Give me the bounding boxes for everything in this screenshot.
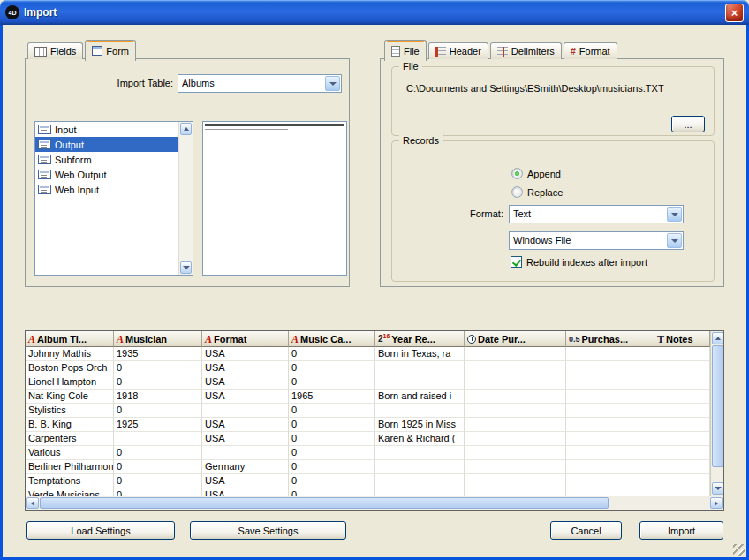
dropdown-arrow-icon[interactable] <box>667 207 682 222</box>
file-group: File C:\Documents and Settings\ESmith\De… <box>391 66 715 136</box>
form-list-scrollbar[interactable] <box>178 122 193 275</box>
replace-radio-label[interactable]: Replace <box>527 187 563 198</box>
rebuild-indexes-checkbox[interactable] <box>511 256 522 268</box>
resize-grip[interactable] <box>733 544 745 556</box>
integer-field-icon: 216 <box>378 333 390 344</box>
column-label: Format <box>214 334 246 344</box>
tab-delimiters[interactable]: Delimiters <box>490 42 562 59</box>
load-settings-button[interactable]: Load Settings <box>26 521 175 540</box>
column-header-album-title[interactable]: A Album Ti... <box>26 331 114 347</box>
file-format-value: Windows File <box>513 235 665 246</box>
import-button[interactable]: Import <box>639 521 723 540</box>
table-row[interactable]: Various00 <box>26 446 710 460</box>
form-list-item-input[interactable]: Input <box>35 122 179 137</box>
tab-header[interactable]: Header <box>428 42 488 59</box>
import-table-value: Albums <box>182 78 323 88</box>
column-header-year-recorded[interactable]: 216 Year Re... <box>375 331 465 347</box>
grid-horizontal-scrollbar[interactable] <box>26 496 723 510</box>
cell <box>654 418 710 432</box>
table-row[interactable]: CarpentersUSA0Karen & Richard ( <box>26 432 710 446</box>
horizontal-scroll-thumb[interactable] <box>40 497 609 509</box>
column-label: Music Ca... <box>300 334 351 344</box>
table-row[interactable]: B. B. King1925USA0Born 1925 in Miss <box>26 418 710 432</box>
form-tab-panel: Import Table: Albums Input Output Subfor… <box>25 58 350 287</box>
cell <box>375 375 465 390</box>
form-thumbnail-icon <box>38 170 51 179</box>
table-row[interactable]: Johnny Mathis1935USA0Born in Texas, ra <box>26 347 710 361</box>
cell <box>654 375 710 390</box>
table-row[interactable]: Nat King Cole1918USA1965Born and raised … <box>26 390 710 404</box>
import-table-select[interactable]: Albums <box>178 74 342 93</box>
text-field-icon: T <box>657 334 664 344</box>
browse-button[interactable]: ... <box>671 116 705 132</box>
table-row[interactable]: Verde Musicians0USA0 <box>26 488 710 496</box>
column-header-date-purchased[interactable]: Date Pur... <box>465 331 566 347</box>
tab-form[interactable]: Form <box>85 40 136 61</box>
file-format-select[interactable]: Windows File <box>509 231 684 250</box>
vertical-scroll-thumb[interactable] <box>712 345 723 467</box>
cell <box>375 474 465 488</box>
tab-fields[interactable]: Fields <box>27 42 83 59</box>
column-header-notes[interactable]: T Notes <box>654 331 710 347</box>
cell <box>375 361 465 375</box>
column-header-music-category[interactable]: A Music Ca... <box>289 331 375 347</box>
tab-file[interactable]: File <box>384 40 427 61</box>
cell <box>566 474 654 488</box>
tab-delimiters-label: Delimiters <box>511 46 555 57</box>
import-preview-grid: A Album Ti... A Musician A Format A Musi… <box>25 330 724 511</box>
tab-format[interactable]: # Format <box>564 42 617 59</box>
cell <box>465 474 566 488</box>
save-settings-button[interactable]: Save Settings <box>190 521 346 540</box>
tab-format-label: Format <box>579 46 610 57</box>
close-button[interactable]: × <box>725 4 744 22</box>
table-row[interactable]: Lionel Hampton0USA0 <box>26 375 710 390</box>
scroll-down-icon[interactable] <box>712 482 723 495</box>
cell <box>465 361 566 375</box>
cell <box>465 460 566 474</box>
title-bar[interactable]: 4D Import × <box>0 0 749 25</box>
append-radio[interactable] <box>511 168 523 179</box>
table-row[interactable]: Temptations0USA0 <box>26 474 710 488</box>
fields-icon <box>34 47 47 57</box>
scroll-up-icon[interactable] <box>712 332 723 344</box>
form-list-item-label: Web Output <box>55 170 107 180</box>
format-icon: # <box>571 47 576 57</box>
import-dialog: 4D Import × Fields Form Import Table: Al… <box>0 0 749 560</box>
column-header-purchase-price[interactable]: 0.5 Purchas... <box>566 331 654 347</box>
app-icon-4d[interactable]: 4D <box>5 5 19 19</box>
cell <box>654 347 710 361</box>
alpha-field-icon: A <box>291 334 299 344</box>
append-radio-label[interactable]: Append <box>527 169 561 179</box>
scroll-left-icon[interactable] <box>26 497 39 509</box>
scroll-right-icon[interactable] <box>710 497 723 509</box>
scroll-down-icon[interactable] <box>180 261 192 274</box>
cell <box>202 446 289 460</box>
form-list-item-output[interactable]: Output <box>35 137 179 152</box>
format-select[interactable]: Text <box>509 205 684 223</box>
column-header-format[interactable]: A Format <box>202 331 289 347</box>
table-row[interactable]: Boston Pops Orch0USA0 <box>26 361 710 375</box>
cancel-button[interactable]: Cancel <box>550 521 622 540</box>
dropdown-arrow-icon[interactable] <box>667 233 682 248</box>
table-row[interactable]: Berliner Philharmon0Germany0 <box>26 460 710 474</box>
cell <box>114 432 202 446</box>
replace-radio[interactable] <box>511 186 523 198</box>
form-list-item-label: Input <box>55 125 76 135</box>
form-list-item-subform[interactable]: Subform <box>35 152 179 167</box>
cell: Germany <box>202 460 289 474</box>
cell <box>566 404 654 418</box>
tab-file-label: File <box>404 46 420 57</box>
column-header-musician[interactable]: A Musician <box>114 331 202 347</box>
rebuild-indexes-label[interactable]: Rebuild indexes after import <box>526 257 647 268</box>
grid-vertical-scrollbar[interactable] <box>710 331 723 496</box>
table-row[interactable]: Stylistics00 <box>26 404 710 418</box>
form-list-item-web-output[interactable]: Web Output <box>35 167 179 182</box>
scroll-up-icon[interactable] <box>180 123 192 135</box>
form-list-item-web-input[interactable]: Web Input <box>35 182 179 197</box>
cell: USA <box>202 375 289 390</box>
cell: Carpenters <box>26 432 114 446</box>
cell: 0 <box>289 460 375 474</box>
cell: USA <box>202 390 289 404</box>
dropdown-arrow-icon[interactable] <box>325 76 340 91</box>
cell: Stylistics <box>26 404 114 418</box>
